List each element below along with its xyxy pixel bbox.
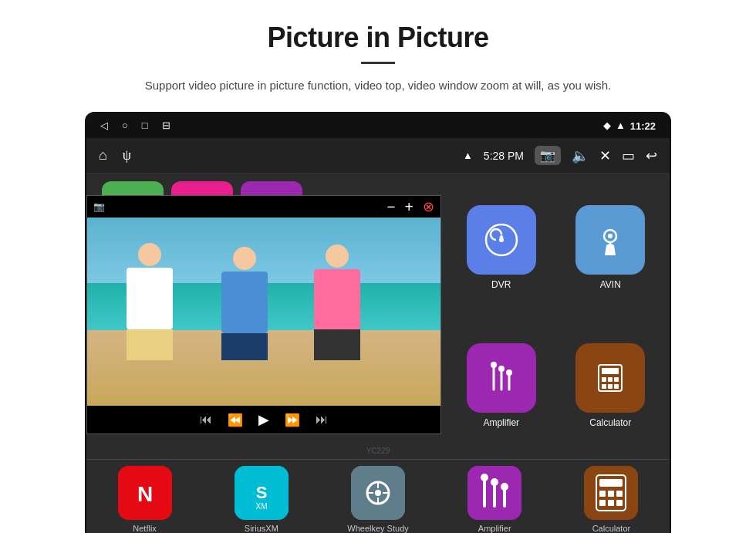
pip-close-button[interactable]: ⊗ — [423, 198, 434, 215]
svg-point-8 — [491, 362, 497, 368]
recents-icon[interactable]: □ — [142, 120, 148, 132]
svg-rect-45 — [608, 500, 614, 506]
svg-rect-14 — [608, 377, 613, 382]
pip-play-button[interactable]: ▶ — [258, 411, 269, 428]
main-content: 📷 − + ⊗ — [86, 174, 670, 533]
person-3 — [310, 245, 364, 359]
pip-camera-icon: 📷 — [93, 201, 105, 213]
page-description: Support video picture in picture functio… — [145, 76, 611, 95]
wheelkey-bottom-label: Wheelkey Study — [347, 524, 408, 533]
svg-point-35 — [481, 474, 488, 481]
device-frame: ◁ ○ □ ⊟ ◆ ▲ 11:22 ⌂ ψ ▲ 5:28 PM 📷 🔈 — [85, 112, 671, 533]
back-icon[interactable]: ◁ — [100, 120, 108, 132]
title-divider — [361, 62, 395, 64]
calculator-icon — [575, 343, 645, 413]
amplifier-bottom-label: Amplifier — [478, 524, 511, 533]
person-2 — [218, 247, 272, 359]
watermark: YC229 — [366, 447, 390, 455]
wheelkey-bottom-icon — [351, 466, 405, 520]
svg-text:S: S — [255, 483, 267, 502]
app-bar-time: 5:28 PM — [484, 150, 524, 162]
back-button[interactable]: ↩ — [646, 147, 657, 164]
svg-point-1 — [499, 238, 504, 242]
calculator-bottom-icon — [584, 466, 638, 520]
app-bar-right: ▲ 5:28 PM 📷 🔈 ✕ ▭ ↩ — [463, 146, 657, 165]
location-icon: ◆ — [603, 120, 611, 132]
close-icon[interactable]: ✕ — [599, 147, 611, 164]
page-title: Picture in Picture — [267, 22, 488, 54]
dvr-icon — [467, 205, 536, 275]
bottom-netflix[interactable]: N Netflix — [86, 466, 203, 533]
svg-rect-16 — [602, 384, 606, 389]
amplifier-icon — [467, 343, 536, 413]
status-bar: ◁ ○ □ ⊟ ◆ ▲ 11:22 — [86, 113, 670, 138]
dvr-app-cell[interactable]: DVR — [451, 183, 552, 312]
home-button[interactable]: ⌂ — [99, 147, 107, 164]
calculator-app-cell[interactable]: Calculator — [561, 321, 661, 450]
app-bar: ⌂ ψ ▲ 5:28 PM 📷 🔈 ✕ ▭ ↩ — [86, 138, 670, 174]
svg-point-26 — [375, 490, 381, 496]
sirius-bottom-label: SiriusXM — [245, 524, 278, 533]
calc-icon-svg — [591, 359, 629, 397]
app-grid-area: 📷 − + ⊗ — [86, 174, 670, 459]
wifi-icon: ▲ — [616, 120, 626, 132]
svg-rect-41 — [599, 491, 606, 497]
netflix-bottom-icon: N — [118, 466, 172, 520]
person-1 — [123, 243, 177, 359]
pip-shrink-button[interactable]: − — [386, 198, 395, 216]
svg-rect-15 — [614, 377, 619, 382]
pip-next-button[interactable]: ⏭ — [316, 413, 328, 427]
pip-prev-button[interactable]: ⏮ — [200, 413, 212, 427]
svg-rect-42 — [608, 491, 614, 497]
app-bar-left: ⌂ ψ — [99, 147, 131, 164]
dvr-icon-svg — [482, 221, 521, 259]
avin-icon — [575, 205, 645, 275]
svg-point-36 — [491, 478, 498, 486]
pip-grow-button[interactable]: + — [405, 198, 413, 216]
avin-icon-svg — [591, 221, 629, 259]
pip-window[interactable]: 📷 − + ⊗ — [86, 195, 441, 434]
pip-forward-button[interactable]: ⏩ — [285, 413, 300, 427]
bottom-app-row: N Netflix S XM SiriusXM — [86, 459, 670, 533]
camera-button[interactable]: 📷 — [535, 146, 561, 165]
status-bar-left: ◁ ○ □ ⊟ — [100, 120, 170, 132]
page-container: Picture in Picture Support video picture… — [0, 0, 756, 533]
home-icon[interactable]: ○ — [122, 120, 128, 132]
pip-rewind-button[interactable]: ⏪ — [228, 413, 243, 427]
pip-video-area — [87, 218, 440, 406]
wifi-status-icon: ▲ — [463, 150, 473, 162]
bottom-amplifier[interactable]: Amplifier — [437, 466, 553, 533]
svg-point-3 — [608, 234, 613, 238]
bottom-sirius[interactable]: S XM SiriusXM — [203, 466, 319, 533]
menu-icon[interactable]: ⊟ — [162, 120, 170, 132]
video-people — [105, 227, 440, 359]
video-scene — [87, 218, 440, 406]
amplifier-bottom-icon — [467, 466, 521, 520]
right-app-grid: DVR AVIN — [442, 174, 670, 459]
pip-bottom-bar: ⏮ ⏪ ▶ ⏩ ⏭ — [87, 406, 440, 433]
usb-icon: ψ — [123, 147, 131, 164]
pip-controls: − + ⊗ — [386, 198, 434, 216]
dvr-label: DVR — [491, 279, 511, 290]
volume-icon[interactable]: 🔈 — [572, 147, 589, 164]
svg-rect-43 — [616, 491, 623, 497]
bottom-wheelkey[interactable]: Wheelkey Study — [319, 466, 436, 533]
calculator-label: Calculator — [589, 417, 631, 428]
svg-point-9 — [498, 366, 505, 372]
status-time: 11:22 — [630, 120, 656, 132]
status-bar-right: ◆ ▲ 11:22 — [603, 120, 656, 132]
svg-point-10 — [506, 369, 512, 376]
bottom-calculator[interactable]: Calculator — [553, 466, 670, 533]
svg-rect-12 — [602, 368, 619, 374]
sirius-bottom-icon: S XM — [235, 466, 289, 520]
svg-text:N: N — [137, 482, 152, 506]
amplifier-app-cell[interactable]: Amplifier — [451, 321, 552, 450]
netflix-bottom-label: Netflix — [133, 524, 157, 533]
pip-icon[interactable]: ▭ — [622, 147, 635, 164]
svg-rect-13 — [602, 377, 606, 382]
svg-rect-17 — [608, 384, 613, 389]
svg-rect-46 — [616, 500, 623, 506]
svg-rect-18 — [614, 384, 619, 389]
avin-app-cell[interactable]: AVIN — [561, 183, 661, 312]
svg-rect-44 — [599, 500, 606, 506]
